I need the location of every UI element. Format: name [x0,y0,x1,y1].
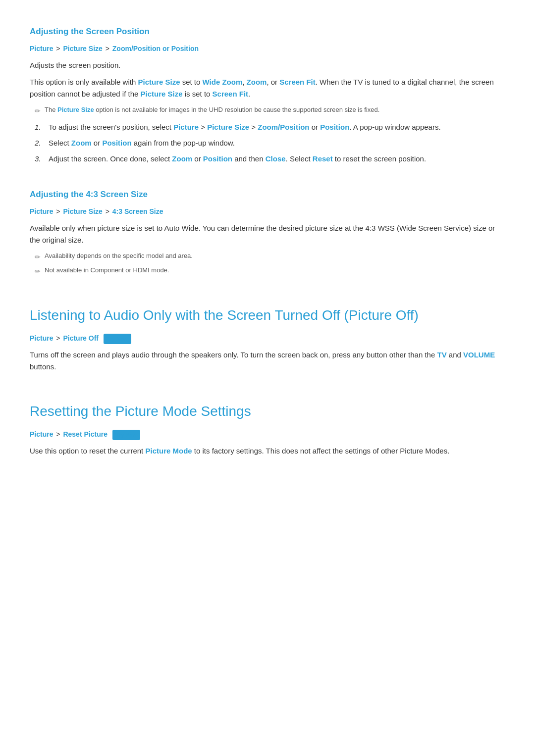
link-picture-size-note[interactable]: Picture Size [57,106,94,113]
link-position-step2[interactable]: Position [102,139,131,147]
breadcrumb-43-screen-size[interactable]: 4:3 Screen Size [112,207,163,215]
43-screen-notes: ✏ Availability depends on the specific m… [35,251,505,277]
step-text-3: Adjust the screen. Once done, select Zoo… [49,153,426,165]
breadcrumb-audio-picture[interactable]: Picture [30,334,53,342]
43-screen-body: Available only when picture size is set … [30,222,505,246]
link-picture-step1[interactable]: Picture [173,123,199,131]
screen-position-body: This option is only available with Pictu… [30,76,505,100]
breadcrumb-screen-position: Picture > Picture Size > Zoom/Position o… [30,43,505,54]
resetting-picture-body: Use this option to reset the current Pic… [30,445,505,457]
separator-43-2: > [106,207,111,215]
link-zoom-position-step1[interactable]: Zoom/Position [258,123,309,131]
link-zoom-1[interactable]: Zoom [247,78,267,86]
link-position-step1[interactable]: Position [320,123,349,131]
breadcrumb-resetting-picture: Picture > Reset Picture Try Now [30,429,505,440]
link-tv[interactable]: TV [437,351,446,359]
separator-43-1: > [56,207,62,215]
link-zoom-step3[interactable]: Zoom [172,154,192,163]
link-picture-mode[interactable]: Picture Mode [145,447,192,455]
section-title-43-screen: Adjusting the 4:3 Screen Size [30,183,505,201]
link-screen-fit-2[interactable]: Screen Fit [213,90,249,98]
screen-position-notes: ✏ The Picture Size option is not availab… [35,105,505,116]
section-resetting-picture: Resetting the Picture Mode Settings Pict… [30,391,505,457]
separator-2: > [106,45,111,52]
section-title-screen-position: Adjusting the Screen Position [30,20,505,38]
note-icon-1: ✏ [35,105,41,116]
separator-1: > [56,45,62,52]
link-position-step3[interactable]: Position [203,154,232,163]
section-listening-audio: Listening to Audio Only with the Screen … [30,295,505,373]
breadcrumb-position[interactable]: Position [171,45,199,52]
step-text-1: To adjust the screen's position, select … [49,121,441,133]
link-volume[interactable]: VOLUME [463,351,495,359]
step-text-2: Select Zoom or Position again from the p… [49,137,235,149]
note-43-1: ✏ Availability depends on the specific m… [35,251,505,262]
note-icon-43-1: ✏ [35,252,41,262]
try-now-badge-reset[interactable]: Try Now [112,430,141,441]
breadcrumb-reset-picture-label[interactable]: Reset Picture [63,430,107,438]
separator-reset-1: > [56,430,62,438]
section-title-listening-audio: Listening to Audio Only with the Screen … [30,295,505,327]
screen-position-steps: 1. To adjust the screen's position, sele… [35,121,505,165]
note-item-1: ✏ The Picture Size option is not availab… [35,105,505,116]
step-3: 3. Adjust the screen. Once done, select … [35,153,505,165]
link-close-step3[interactable]: Close [266,154,286,163]
listening-audio-body: Turns off the screen and plays audio thr… [30,349,505,373]
step-2: 2. Select Zoom or Position again from th… [35,137,505,149]
screen-position-intro: Adjusts the screen position. [30,59,505,71]
breadcrumb-listening-audio: Picture > Picture Off Try Now [30,333,505,344]
step-num-2: 2. [35,137,43,149]
step-num-1: 1. [35,121,43,133]
section-adjusting-43-screen: Adjusting the 4:3 Screen Size Picture > … [30,183,505,277]
link-picture-size-2[interactable]: Picture Size [141,90,183,98]
breadcrumb-43-picture[interactable]: Picture [30,207,53,215]
note-text-43-2: Not available in Component or HDMI mode. [45,265,169,276]
breadcrumb-43-picture-size[interactable]: Picture Size [63,207,102,215]
breadcrumb-or: or [162,45,171,52]
breadcrumb-audio-picture-off[interactable]: Picture Off [63,334,99,342]
note-text-1: The Picture Size option is not available… [45,105,379,115]
section-title-resetting-picture: Resetting the Picture Mode Settings [30,391,505,423]
section-adjusting-screen-position: Adjusting the Screen Position Picture > … [30,20,505,165]
breadcrumb-reset-picture[interactable]: Picture [30,430,53,438]
note-text-43-1: Availability depends on the specific mod… [45,251,193,261]
breadcrumb-zoom-position[interactable]: Zoom/Position [112,45,160,52]
note-43-2: ✏ Not available in Component or HDMI mod… [35,265,505,277]
link-screen-fit-1[interactable]: Screen Fit [279,78,316,86]
link-picture-size-1[interactable]: Picture Size [138,78,180,86]
link-zoom-step2[interactable]: Zoom [71,139,92,147]
breadcrumb-picture-size[interactable]: Picture Size [63,45,102,52]
separator-audio-1: > [56,334,62,342]
link-reset-step3[interactable]: Reset [313,154,333,163]
breadcrumb-43-screen: Picture > Picture Size > 4:3 Screen Size [30,206,505,217]
link-wide-zoom[interactable]: Wide Zoom [203,78,243,86]
link-picture-size-step1[interactable]: Picture Size [207,123,249,131]
try-now-badge-audio[interactable]: Try Now [104,334,132,345]
note-icon-43-2: ✏ [35,266,41,277]
step-num-3: 3. [35,153,43,165]
step-1: 1. To adjust the screen's position, sele… [35,121,505,133]
breadcrumb-picture[interactable]: Picture [30,45,53,52]
